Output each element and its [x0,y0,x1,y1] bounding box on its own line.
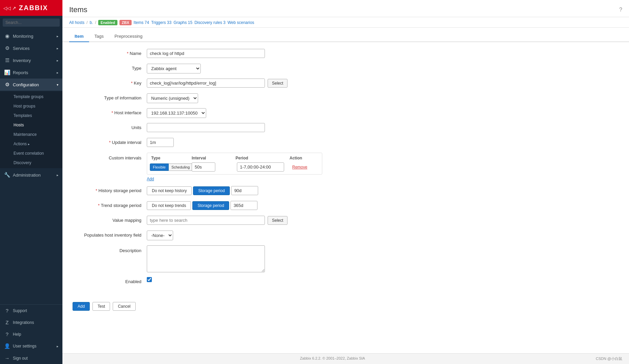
description-row: Description [73,245,619,272]
units-label: Units [73,123,147,130]
value-mapping-select-button[interactable]: Select [268,216,288,225]
sidebar-reports-label: Reports [13,70,28,75]
breadcrumb-web-scenarios[interactable]: Web scenarios [227,20,254,25]
sidebar-item-reports[interactable]: 📊 Reports ▸ [0,66,62,79]
sidebar-item-services[interactable]: ⚙ Services ▸ [0,42,62,54]
breadcrumb-items[interactable]: Items 74 [134,20,149,25]
col-period-cell [237,162,291,172]
name-label: Name [73,49,147,56]
populates-host-label: Populates host inventory field [73,231,147,238]
interval-input[interactable] [192,162,215,172]
history-no-keep-button[interactable]: Do not keep history [147,186,192,195]
test-button[interactable]: Test [92,302,110,311]
enabled-label: Enabled [73,277,147,284]
history-storage-period-button[interactable]: Storage period [193,186,230,195]
sidebar-item-event-correlation[interactable]: Event correlation [0,149,62,158]
actions-arrow-icon: ▸ [28,142,30,146]
trend-value-input[interactable] [230,201,257,210]
reports-arrow-icon: ▸ [57,71,58,74]
col-period-header: Period [236,156,290,160]
value-mapping-input[interactable] [147,216,265,225]
history-storage-row: History storage period Do not keep histo… [73,186,619,196]
user-settings-arrow-icon: ▸ [57,344,58,348]
update-interval-input[interactable] [147,138,174,147]
tab-preprocessing[interactable]: Preprocessing [109,31,148,42]
sidebar-item-template-groups[interactable]: Template groups [0,92,62,101]
name-input[interactable] [147,49,265,58]
breadcrumb-all-hosts[interactable]: All hosts [69,20,84,25]
custom-intervals-row: Custom intervals Type Interval Period Ac… [73,153,619,181]
value-mapping-control: Select [147,216,619,225]
breadcrumb-triggers[interactable]: Triggers 33 [151,20,171,25]
type-select[interactable]: Zabbix agent Zabbix agent (active) Simpl… [147,64,201,73]
sidebar-item-monitoring[interactable]: ◉ Monitoring ▸ [0,30,62,42]
trend-storage-control: Do not keep trends Storage period [147,201,619,210]
breadcrumb-graphs[interactable]: Graphs 15 [173,20,192,25]
cancel-button[interactable]: Cancel [113,302,135,311]
page-help-icon[interactable]: ? [619,7,622,13]
administration-arrow-icon: ▸ [57,173,58,177]
remove-interval-link[interactable]: Remove [292,165,307,170]
type-control: Zabbix agent Zabbix agent (active) Simpl… [147,64,619,73]
units-control [147,123,619,132]
page-header: Items ? [62,0,629,17]
sidebar-expand-icon[interactable]: ↗ [12,5,16,11]
sidebar-item-maintenance[interactable]: Maintenance [0,130,62,139]
populates-host-select[interactable]: -None- [147,231,173,240]
sidebar-item-discovery[interactable]: Discovery [0,158,62,168]
host-interface-select[interactable]: 192.168.132.137:10050 [147,108,206,118]
sidebar-item-support[interactable]: ? Support [0,305,62,316]
custom-intervals-label: Custom intervals [73,153,147,160]
key-input[interactable] [147,79,265,88]
key-control: Select [147,79,619,88]
sidebar-services-label: Services [13,46,30,51]
key-select-button[interactable]: Select [268,79,288,88]
sidebar-item-templates[interactable]: Templates [0,111,62,120]
breadcrumb-sep1: / [86,20,87,25]
sidebar-item-user-settings[interactable]: 👤 User settings ▸ [0,340,62,352]
sign-out-icon: → [4,355,10,361]
description-textarea[interactable] [147,245,265,272]
description-control [147,245,619,272]
type-row: Type Zabbix agent Zabbix agent (active) … [73,64,619,74]
tab-item[interactable]: Item [69,31,89,42]
sidebar-item-integrations[interactable]: Z Integrations [0,316,62,328]
sidebar-item-administration[interactable]: 🔧 Administration ▸ [0,169,62,181]
trend-no-keep-button[interactable]: Do not keep trends [147,201,191,210]
inventory-icon: ☰ [4,57,10,63]
name-row: Name [73,49,619,59]
breadcrumb-discovery-rules[interactable]: Discovery rules 3 [194,20,225,25]
trend-storage-period-button[interactable]: Storage period [192,201,229,210]
monitoring-arrow-icon: ▸ [57,34,58,38]
history-storage-label: History storage period [73,186,147,193]
sidebar-search-input[interactable] [3,19,60,27]
sidebar-collapse-icon[interactable]: ◁◁ [3,5,11,11]
type-of-info-row: Type of information Numeric (unsigned) N… [73,93,619,103]
type-of-info-select[interactable]: Numeric (unsigned) Numeric (float) Chara… [147,93,198,103]
sidebar-monitoring-label: Monitoring [13,34,33,39]
add-interval-link[interactable]: Add [147,177,154,181]
sidebar-help-label: Help [13,332,21,337]
sidebar-user-settings-label: User settings [13,344,36,348]
period-input[interactable] [237,162,284,172]
sidebar-item-configuration[interactable]: ⚙ Configuration ▾ [0,79,62,91]
breadcrumb-host[interactable]: b. [90,20,93,25]
sidebar-item-actions[interactable]: Actions ▸ [0,139,62,149]
sidebar-item-help[interactable]: ? Help [0,328,62,340]
intervals-table: Type Interval Period Action Flexible Sch… [147,153,322,175]
scheduling-toggle[interactable]: Scheduling [169,163,193,171]
sidebar-item-sign-out[interactable]: → Sign out [0,352,62,364]
sidebar-item-hosts[interactable]: Hosts [0,120,62,130]
add-button[interactable]: Add [73,302,90,311]
sidebar-logo: ◁◁ ↗ ZABBIX [0,0,62,16]
host-interface-label: Host interface [73,108,147,115]
history-value-input[interactable] [231,186,258,195]
populates-host-row: Populates host inventory field -None- [73,231,619,241]
enabled-checkbox[interactable] [147,277,152,282]
sidebar-item-host-groups[interactable]: Host groups [0,101,62,111]
flexible-toggle[interactable]: Flexible [150,163,169,171]
populates-host-control: -None- [147,231,619,240]
sidebar-item-inventory[interactable]: ☰ Inventory ▸ [0,54,62,66]
units-input[interactable] [147,123,265,132]
tab-tags[interactable]: Tags [89,31,109,42]
